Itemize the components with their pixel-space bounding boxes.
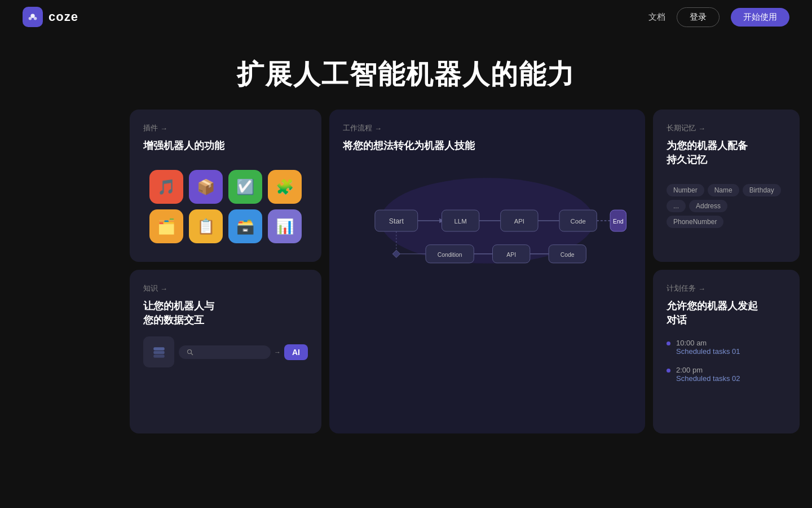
- plugin-icon-box: 📦: [189, 170, 223, 204]
- task-item-1: 10:00 am Scheduled tasks 01: [667, 339, 786, 356]
- plugins-title: 增强机器人的功能: [143, 139, 308, 153]
- plugin-icon-grid: 🗃️: [228, 209, 262, 243]
- svg-text:API: API: [506, 252, 516, 258]
- header-nav: 文档 登录 开始使用: [648, 7, 789, 27]
- plugin-icon-card: 🗂️: [149, 209, 183, 243]
- svg-text:API: API: [514, 218, 524, 225]
- plugin-icon-check: ☑️: [228, 170, 262, 204]
- task-dot-1: [667, 341, 670, 345]
- plugin-icon-puzzle: 🧩: [268, 170, 302, 204]
- logo-icon: [23, 7, 43, 27]
- svg-line-33: [191, 353, 193, 355]
- plugin-icon-music: 🎵: [149, 170, 183, 204]
- knowledge-visual: → AI: [143, 336, 308, 367]
- svg-text:Condition: Condition: [438, 252, 462, 258]
- workflow-title: 将您的想法转化为机器人技能: [343, 139, 632, 153]
- svg-text:End: End: [613, 218, 624, 225]
- memory-tag-item: Number: [667, 184, 704, 196]
- plugin-icon-clipboard: 📋: [189, 209, 223, 243]
- search-bar-mock: [179, 345, 271, 359]
- memory-tag-item: ...: [667, 200, 686, 212]
- start-button[interactable]: 开始使用: [731, 8, 789, 27]
- task-time-1: 10:00 am: [676, 339, 740, 347]
- knowledge-tag: 知识 →: [143, 283, 308, 294]
- plugin-icon-chart: 📊: [268, 209, 302, 243]
- svg-point-0: [30, 14, 34, 18]
- logo-text: coze: [48, 10, 78, 24]
- svg-text:LLM: LLM: [454, 218, 467, 225]
- svg-text:Code: Code: [561, 252, 575, 258]
- docs-link[interactable]: 文档: [648, 12, 665, 23]
- svg-point-1: [29, 17, 32, 20]
- plugins-icons: 🎵 📦 ☑️ 🧩 🗂️ 📋 🗃️ 📊: [143, 170, 308, 243]
- svg-point-32: [188, 349, 192, 353]
- svg-rect-30: [153, 351, 165, 354]
- knowledge-title: 让您的机器人与 您的数据交互: [143, 299, 308, 327]
- hero-title: 扩展人工智能机器人的能力: [0, 56, 812, 93]
- svg-rect-29: [153, 347, 165, 350]
- plugins-card: 插件 → 增强机器人的功能 🎵 📦 ☑️ 🧩 🗂️ 📋 🗃️ 📊: [130, 110, 321, 262]
- task-name-2: Scheduled tasks 02: [676, 374, 740, 383]
- hero-section: 扩展人工智能机器人的能力: [0, 34, 812, 110]
- cards-grid: 插件 → 增强机器人的功能 🎵 📦 ☑️ 🧩 🗂️ 📋 🗃️ 📊 工作流程 →: [0, 110, 812, 433]
- logo[interactable]: coze: [23, 7, 78, 27]
- task-item-2: 2:00 pm Scheduled tasks 02: [667, 366, 786, 383]
- memory-tag-item: Birthday: [743, 184, 781, 196]
- workflow-tag: 工作流程 →: [343, 123, 632, 133]
- svg-marker-28: [392, 250, 400, 257]
- svg-text:Code: Code: [571, 218, 586, 225]
- task-dot-2: [667, 369, 670, 373]
- task-time-2: 2:00 pm: [676, 366, 740, 374]
- tasks-card: 计划任务 → 允许您的机器人发起 对话 10:00 am Scheduled t…: [653, 270, 800, 433]
- memory-tag-item: Address: [689, 200, 727, 212]
- task-name-1: Scheduled tasks 01: [676, 347, 740, 356]
- memory-tag: 长期记忆 →: [667, 123, 786, 133]
- database-icon: [143, 336, 174, 367]
- memory-tag-item: PhoneNumber: [667, 216, 723, 228]
- memory-tag-item: Name: [708, 184, 739, 196]
- memory-tags: NumberNameBirthday...AddressPhoneNumber: [667, 184, 786, 228]
- ai-badge: AI: [284, 344, 308, 360]
- plugins-tag: 插件 →: [143, 123, 308, 133]
- memory-card: 长期记忆 → 为您的机器人配备 持久记忆 NumberNameBirthday.…: [653, 110, 800, 262]
- task-list: 10:00 am Scheduled tasks 01 2:00 pm Sche…: [667, 339, 786, 383]
- tasks-tag: 计划任务 →: [667, 283, 786, 294]
- svg-rect-31: [153, 354, 165, 357]
- memory-title: 为您的机器人配备 持久记忆: [667, 139, 786, 167]
- tasks-title: 允许您的机器人发起 对话: [667, 299, 786, 327]
- knowledge-card: 知识 → 让您的机器人与 您的数据交互 → AI: [130, 270, 321, 433]
- svg-text:Start: Start: [389, 217, 404, 225]
- workflow-card: 工作流程 → 将您的想法转化为机器人技能 Start LLM: [329, 110, 645, 433]
- svg-point-2: [34, 17, 37, 20]
- workflow-diagram: Start LLM API: [343, 159, 632, 283]
- login-button[interactable]: 登录: [677, 7, 720, 27]
